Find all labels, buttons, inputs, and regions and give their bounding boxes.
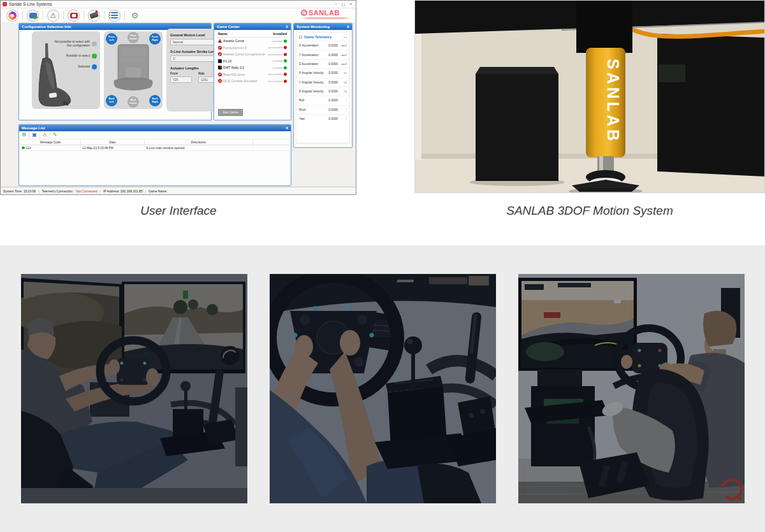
not-installed-status-dot <box>284 73 287 76</box>
front-label: Front <box>170 72 192 75</box>
seat-monitor-icon[interactable] <box>68 10 80 22</box>
seat-icon <box>70 13 78 18</box>
game-icon <box>218 66 222 69</box>
start-game-button[interactable]: Start Game <box>218 109 243 116</box>
actuator-illustration: SANLAB <box>415 1 764 192</box>
motion-level-input[interactable]: Normal <box>170 39 216 45</box>
close-button[interactable]: × <box>349 2 352 6</box>
seat-button-back-left[interactable]: BackLeft <box>106 95 117 106</box>
toolbar-separator <box>43 11 43 20</box>
gray-dot-icon <box>92 41 97 47</box>
game-row[interactable]: DiRT Rally 2.0 installed <box>217 64 288 71</box>
settings-gear-icon[interactable]: ⚙ <box>129 10 141 22</box>
seat-button-front-right[interactable]: FrontRight <box>149 33 161 45</box>
message-list-title: Message List <box>22 126 45 130</box>
game-icon <box>218 59 222 63</box>
window-workspace: Configuration Selection Info Not possibl… <box>1 22 356 187</box>
window-controls: – ▢ × <box>335 2 354 6</box>
seat-button-back-center[interactable]: BackCenter <box>127 96 139 108</box>
seat-top-card: FrontLeft FrontCenter FrontRight BackLef… <box>104 31 163 109</box>
list-icon <box>111 12 118 18</box>
stroke-length-input[interactable]: 3" <box>170 55 216 62</box>
seat-button-front-center[interactable]: FrontCenter <box>127 32 139 43</box>
tool-icon <box>89 11 99 19</box>
brand-logo: SANLAB <box>301 9 351 19</box>
game-icon <box>218 39 222 43</box>
filter-gear-icon[interactable]: ⚙ <box>22 133 26 138</box>
message-table-header: Message Code Date Description <box>20 140 289 145</box>
game-row[interactable]: F1 23 installed <box>217 58 288 65</box>
seat-side-card: Not possible to select with this configu… <box>32 31 100 109</box>
title-bar: Sanlab S-Line Systems – ▢ × <box>1 1 356 8</box>
game-row[interactable]: Forza Horizon 5 not installed <box>217 45 288 52</box>
edit-icon[interactable]: ✎ <box>53 133 57 138</box>
sanlab-app-window: Sanlab S-Line Systems – ▢ × ⚠ ⚙ <box>0 0 356 195</box>
game-list: Name Installed Assetto Corsa installed F… <box>217 31 288 117</box>
warning-messages-icon[interactable]: ⚠ <box>47 10 59 22</box>
toolbar-separator <box>84 11 84 20</box>
front-length-group: Front 725 <box>170 72 192 87</box>
game-center-close-icon[interactable]: X <box>286 25 288 29</box>
gradient-circle-icon <box>8 11 17 20</box>
game-name-label: Game Name: <box>149 189 168 193</box>
caption-motion-system: SANLAB 3DOF Motion System <box>414 204 765 218</box>
window-messages-icon[interactable]: ▣ <box>32 133 37 138</box>
game-row[interactable]: Assetto Corsa Competizione not installed <box>217 51 288 58</box>
configuration-icon[interactable] <box>6 10 18 22</box>
game-icon <box>218 73 222 76</box>
brand-ring-icon <box>301 10 307 16</box>
legend-item: Possible to select <box>54 54 97 59</box>
toolbar-separator <box>22 11 23 20</box>
telemetry-section-title: Game Telemetry <box>304 35 332 39</box>
telemetry-connection-value: Not Connected <box>76 189 97 193</box>
green-dot-icon <box>92 54 97 59</box>
photo-driver-triple-monitors <box>21 274 247 503</box>
brand-name: SANLAB <box>309 9 340 17</box>
seat-button-front-left[interactable]: FrontLeft <box>106 33 117 45</box>
photo-3dof-actuator: SANLAB <box>414 0 765 193</box>
list-view-icon[interactable] <box>108 10 120 22</box>
window-title: Sanlab S-Line Systems <box>9 2 52 6</box>
telemetry-row: X Angular Velocity0.0000°/s <box>296 68 349 77</box>
game-icon <box>218 46 222 50</box>
collapse-icon[interactable]: — <box>344 35 347 39</box>
telemetry-row: Yaw0.0000° <box>296 114 349 123</box>
telemetry-checkbox[interactable] <box>299 36 302 39</box>
game-icon <box>218 79 222 83</box>
system-time: System Time: 15:20:06 <box>3 189 36 193</box>
telemetry-row: Z Angular Velocity0.0000°/s <box>296 87 349 96</box>
system-monitoring-title: System Monitoring <box>296 25 330 29</box>
game-row[interactable]: BeamNG.drive not installed <box>217 71 288 78</box>
system-monitoring-header: System Monitoring X <box>294 24 352 30</box>
game-icon <box>218 52 222 56</box>
telemetry-row: Z Acceleration0.0000m/s² <box>296 59 349 68</box>
configuration-panel: Configuration Selection Info Not possibl… <box>18 23 212 120</box>
game-row[interactable]: DCS Combat Simulator not installed <box>217 78 288 85</box>
message-list-close-icon[interactable]: X <box>286 126 288 130</box>
telemetry-card: Game Telemetry — X Acceleration0.0000m/s… <box>296 32 350 143</box>
minimize-button[interactable]: – <box>335 2 337 6</box>
actuator-label: SANLAB <box>604 59 622 144</box>
warning-triangle-icon: ⚠ <box>50 12 57 19</box>
device-tool-icon[interactable] <box>88 10 100 22</box>
message-list-header: Message List X <box>19 125 291 131</box>
not-installed-status-dot <box>284 53 287 56</box>
telemetry-row: Y Acceleration0.0000m/s² <box>296 50 349 59</box>
telemetry-connection-label: Telemetry Connection: <box>41 189 73 193</box>
not-installed-status-dot <box>284 46 287 49</box>
front-length-input[interactable]: 725 <box>170 76 192 83</box>
game-row[interactable]: Assetto Corsa installed <box>217 38 288 45</box>
game-center-title: Game Center <box>217 25 240 29</box>
seat-button-back-right[interactable]: BackRight <box>149 95 161 106</box>
status-bar: System Time: 15:20:06 | Telemetry Connec… <box>1 187 356 194</box>
installed-status-dot <box>284 66 287 69</box>
legend-item: Selected <box>54 64 97 69</box>
message-row[interactable]: 213 12-May-23 5:23:48 PM S-Line main win… <box>20 145 289 151</box>
maximize-button[interactable]: ▢ <box>342 2 346 6</box>
error-filter-icon[interactable]: ⚠ <box>43 133 47 138</box>
app-icon <box>3 2 7 6</box>
system-monitoring-close-icon[interactable]: X <box>347 25 349 29</box>
toolbar-separator <box>124 11 125 20</box>
game-center-icon[interactable] <box>27 10 39 22</box>
message-list-toolbar: ⚙ ▣ ⚠ ✎ <box>19 131 291 140</box>
